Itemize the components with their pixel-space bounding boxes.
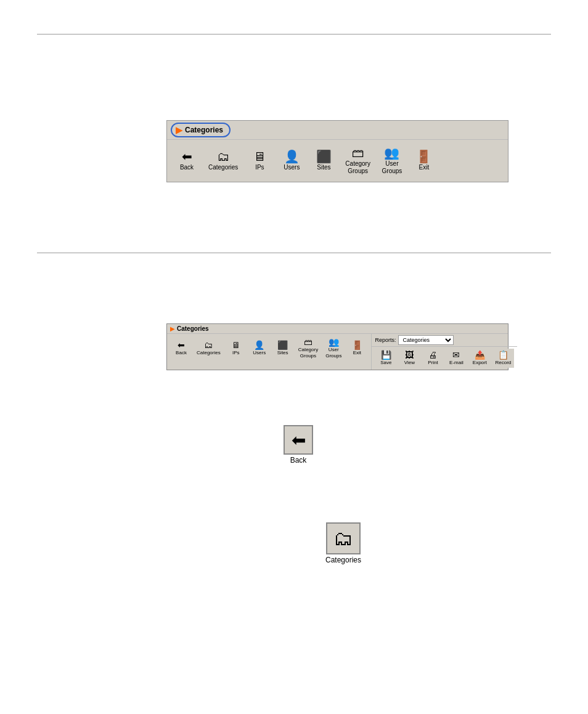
toolbar2-reports-group: Reports: Categories 💾 Save 🖼 View <box>372 334 517 370</box>
export-sm-button[interactable]: 📤 Export <box>468 349 491 368</box>
user-groups-icon: 👥 <box>384 147 399 159</box>
category-groups-sm-button[interactable]: 🗃 CategoryGroups <box>295 336 321 360</box>
toolbar2-rows: ⬅ Back 🗂 Categories 🖥 IPs 👤 Users <box>167 334 508 370</box>
user-groups-sm-label: UserGroups <box>325 347 341 359</box>
user-groups-label: UserGroups <box>382 160 402 175</box>
export-sm-label: Export <box>473 360 487 366</box>
users-label: Users <box>284 164 300 171</box>
ips-icon: 🖥 <box>253 150 266 163</box>
back-large-label: Back <box>290 456 307 465</box>
ips-label: IPs <box>255 164 264 171</box>
user-groups-sm-button[interactable]: 👥 UserGroups <box>322 336 345 360</box>
user-groups-button[interactable]: 👥 UserGroups <box>377 144 407 178</box>
toolbar-panel-2: ▶ Categories ⬅ Back 🗂 Categories 🖥 <box>166 323 508 370</box>
category-groups-icon: 🗃 <box>352 147 364 159</box>
sites-button[interactable]: ⬛ Sites <box>309 147 338 174</box>
categories-large-button[interactable]: 🗂 <box>326 522 361 554</box>
sites-label: Sites <box>317 164 330 171</box>
view-sm-button[interactable]: 🖼 View <box>398 349 420 368</box>
back-label: Back <box>180 164 194 171</box>
back-icon-section: ⬅ Back <box>284 425 313 465</box>
toolbar-section-2: ▶ Categories ⬅ Back 🗂 Categories 🖥 <box>166 323 508 370</box>
ips-sm-icon: 🖥 <box>232 341 240 349</box>
mid-rule <box>37 253 551 253</box>
categories-label: Categories <box>208 164 238 171</box>
toolbar1-buttons: ⬅ Back 🗂 Categories 🖥 IPs 👤 Users ⬛ Site… <box>167 140 508 182</box>
toolbar2-nav-buttons: ⬅ Back 🗂 Categories 🖥 IPs 👤 Users <box>167 334 371 362</box>
back-sm-button[interactable]: ⬅ Back <box>170 339 192 358</box>
record-sm-label: Record <box>495 360 511 366</box>
save-sm-button[interactable]: 💾 Save <box>375 349 397 368</box>
ips-button[interactable]: 🖥 IPs <box>245 147 274 174</box>
email-sm-button[interactable]: ✉ E-mail <box>445 349 467 368</box>
reports-row: Reports: Categories <box>372 334 517 347</box>
category-groups-button[interactable]: 🗃 CategoryGroups <box>341 144 375 178</box>
export-sm-icon: 📤 <box>475 351 485 359</box>
back-large-button[interactable]: ⬅ <box>284 425 313 455</box>
category-groups-sm-label: CategoryGroups <box>298 347 318 359</box>
reports-label: Reports: <box>375 337 396 343</box>
toolbar1-title: Categories <box>185 126 223 134</box>
back-large-icon: ⬅ <box>292 430 306 450</box>
exit-sm-label: Exit <box>353 350 361 356</box>
title-highlight: ▶ Categories <box>171 123 231 137</box>
users-sm-icon: 👤 <box>254 341 264 349</box>
exit-button[interactable]: 🚪 Exit <box>409 147 439 174</box>
exit-label: Exit <box>419 164 430 171</box>
toolbar-title-bar-1: ▶ Categories <box>167 121 508 140</box>
view-sm-label: View <box>404 360 415 366</box>
orange-arrow-sm-icon: ▶ <box>170 325 175 332</box>
back-sm-icon: ⬅ <box>178 341 185 349</box>
users-sm-label: Users <box>253 350 266 356</box>
category-groups-label: CategoryGroups <box>345 160 370 175</box>
categories-large-label: Categories <box>325 556 361 564</box>
print-sm-label: Print <box>428 360 438 366</box>
user-groups-sm-icon: 👥 <box>329 338 339 346</box>
category-groups-sm-icon: 🗃 <box>304 338 312 346</box>
categories-sm-button[interactable]: 🗂 Categories <box>194 339 224 358</box>
categories-sm-label: Categories <box>197 350 221 356</box>
categories-icon: 🗂 <box>217 150 229 163</box>
save-sm-icon: 💾 <box>381 351 391 359</box>
record-sm-icon: 📋 <box>498 351 508 359</box>
email-sm-icon: ✉ <box>452 351 460 359</box>
email-sm-label: E-mail <box>449 360 463 366</box>
toolbar-panel-1: ▶ Categories ⬅ Back 🗂 Categories 🖥 IPs � <box>166 120 508 182</box>
back-button[interactable]: ⬅ Back <box>172 147 202 174</box>
reports-dropdown[interactable]: Categories <box>398 335 454 345</box>
exit-sm-button[interactable]: 🚪 Exit <box>346 339 368 358</box>
print-sm-icon: 🖨 <box>428 351 437 359</box>
back-sm-label: Back <box>176 350 187 356</box>
record-sm-button[interactable]: 📋 Record <box>492 349 514 368</box>
sites-sm-icon: ⬛ <box>277 341 288 349</box>
toolbar2-action-buttons: 💾 Save 🖼 View 🖨 Print ✉ E-mail <box>372 347 517 370</box>
toolbar-section-1: ▶ Categories ⬅ Back 🗂 Categories 🖥 IPs � <box>166 120 508 182</box>
top-rule <box>37 34 551 34</box>
categories-large-icon: 🗂 <box>333 527 353 550</box>
ips-sm-button[interactable]: 🖥 IPs <box>225 339 247 358</box>
toolbar2-nav-group: ⬅ Back 🗂 Categories 🖥 IPs 👤 Users <box>167 334 372 370</box>
categories-button[interactable]: 🗂 Categories <box>204 147 242 174</box>
categories-sm-icon: 🗂 <box>204 341 213 349</box>
toolbar2-title: Categories <box>177 325 209 332</box>
view-sm-icon: 🖼 <box>405 351 414 359</box>
exit-sm-icon: 🚪 <box>352 341 362 349</box>
sites-sm-button[interactable]: ⬛ Sites <box>272 339 294 358</box>
categories-icon-section: 🗂 Categories <box>325 522 361 564</box>
orange-arrow-icon: ▶ <box>176 125 182 135</box>
exit-icon: 🚪 <box>416 150 431 163</box>
sites-sm-label: Sites <box>277 350 288 356</box>
sites-icon: ⬛ <box>316 150 332 163</box>
print-sm-button[interactable]: 🖨 Print <box>422 349 444 368</box>
save-sm-label: Save <box>380 360 391 366</box>
toolbar-title-bar-2: ▶ Categories <box>167 324 508 334</box>
ips-sm-label: IPs <box>232 350 240 356</box>
users-icon: 👤 <box>284 150 300 163</box>
users-button[interactable]: 👤 Users <box>277 147 306 174</box>
users-sm-button[interactable]: 👤 Users <box>248 339 271 358</box>
back-icon: ⬅ <box>182 150 192 163</box>
